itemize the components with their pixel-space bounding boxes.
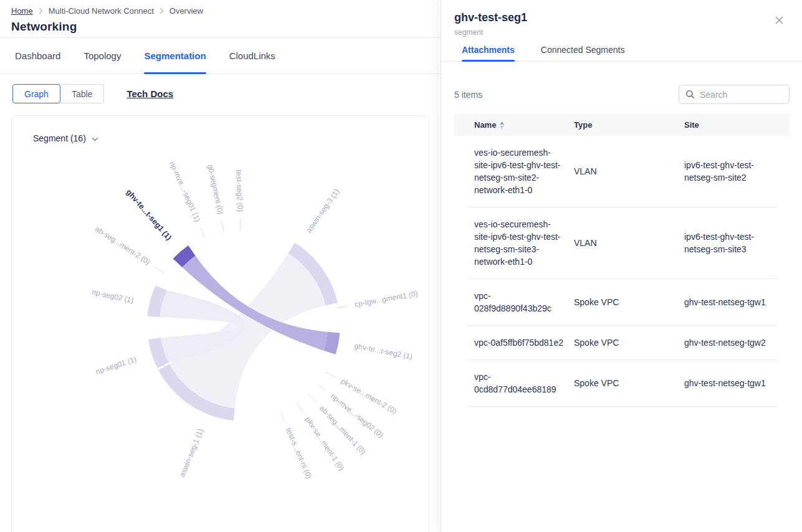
graph-view-button[interactable]: Graph bbox=[12, 84, 60, 103]
table-cell-type: Spoke VPC bbox=[574, 296, 684, 308]
chord-segment-label[interactable]: aswin-seg-3 (1) bbox=[304, 187, 341, 234]
table-cell-name: vpc-028f9d8890f43b29c bbox=[474, 290, 574, 315]
chord-segment-label[interactable]: np-mve...-seg01 (1) bbox=[168, 160, 202, 223]
table-row[interactable]: vpc-0cd8d77d04ee68189Spoke VPCghv-test-n… bbox=[467, 359, 777, 407]
segmentation-chord[interactable]: ghv-te...t-seg1 (1)np-mve...-seg01 (1)g0… bbox=[12, 141, 430, 532]
tab-topology[interactable]: Topology bbox=[84, 38, 121, 74]
panel-tab-bar: Attachments Connected Segments bbox=[454, 45, 790, 62]
table-cell-site: ghv-test-netseg-tgw1 bbox=[684, 296, 777, 308]
table-cell-type: VLAN bbox=[574, 237, 684, 249]
tab-dashboard[interactable]: Dashboard bbox=[15, 38, 60, 74]
table-cell-site: ghv-test-netseg-tgw2 bbox=[684, 336, 777, 349]
tab-segmentation[interactable]: Segmentation bbox=[144, 38, 206, 74]
table-cell-type: Spoke VPC bbox=[574, 336, 684, 349]
chord-tick bbox=[280, 412, 285, 422]
chord-segment-label[interactable]: np-seg01 (1) bbox=[95, 354, 138, 376]
chord-tick bbox=[240, 219, 241, 230]
page-header: Home Multi-Cloud Network Connect Overvie… bbox=[0, 0, 441, 38]
chord-tick bbox=[326, 372, 336, 378]
panel-title: ghv-test-seg1 bbox=[454, 11, 790, 24]
view-toolbar: Graph Table Tech Docs bbox=[12, 84, 441, 103]
chord-tick bbox=[337, 306, 348, 308]
segmentation-graph-card: Segment (16) ghv-te...t-seg1 (1)np-mve..… bbox=[11, 115, 429, 532]
table-row[interactable]: vpc-0af5ffb6f75bd81e2Spoke VPCghv-test-n… bbox=[467, 325, 777, 359]
table-cell-site: ghv-test-netseg-tgw1 bbox=[684, 377, 777, 389]
tech-docs-link[interactable]: Tech Docs bbox=[127, 88, 173, 99]
chord-tick bbox=[201, 228, 205, 238]
search-box[interactable] bbox=[679, 85, 790, 104]
chord-tick bbox=[317, 384, 326, 391]
attachments-table-body: ves-io-securemesh-site-ipv6-test-ghv-tes… bbox=[454, 136, 790, 407]
chord-segment-label[interactable]: cp-tgw...gment1 (0) bbox=[354, 289, 419, 309]
tab-cloudlinks[interactable]: CloudLinks bbox=[229, 38, 275, 74]
table-row[interactable]: ves-io-securemesh-site-ipv6-test-ghv-tes… bbox=[467, 207, 777, 278]
column-label: Type bbox=[574, 120, 592, 130]
page-title: Networking bbox=[11, 20, 441, 34]
chord-tick bbox=[308, 394, 316, 402]
column-header-site: Site bbox=[684, 120, 790, 130]
breadcrumb: Home Multi-Cloud Network Connect Overvie… bbox=[11, 6, 441, 16]
breadcrumb-item-current: Overview bbox=[169, 6, 203, 16]
search-icon bbox=[685, 90, 695, 99]
column-header-type: Type bbox=[574, 120, 684, 130]
table-cell-site: ipv6-test-ghv-test-netseg-sm-site3 bbox=[684, 230, 777, 255]
table-cell-type: VLAN bbox=[574, 165, 684, 178]
column-header-name[interactable]: Name bbox=[474, 120, 574, 130]
chord-segment-label[interactable]: np-seg02 (1) bbox=[91, 288, 134, 305]
panel-body: 5 items Name Type bbox=[441, 85, 802, 407]
table-view-button[interactable]: Table bbox=[59, 84, 104, 103]
main-tab-bar: Dashboard Topology Segmentation CloudLin… bbox=[0, 38, 441, 74]
table-cell-name: vpc-0cd8d77d04ee68189 bbox=[474, 371, 574, 396]
table-cell-site: ipv6-test-ghv-test-netseg-sm-site2 bbox=[684, 159, 777, 184]
sort-icon bbox=[500, 121, 504, 129]
table-cell-name: vpc-0af5ffb6f75bd81e2 bbox=[474, 336, 574, 349]
table-row[interactable]: ves-io-securemesh-site-ipv6-test-ghv-tes… bbox=[467, 136, 777, 207]
chord-segment-label[interactable]: test-seg2 (0) bbox=[234, 169, 244, 212]
chord-segment-label[interactable]: g0-segment (0) bbox=[206, 164, 225, 216]
chord-segment-label[interactable]: ghv-te...t-seg2 (1) bbox=[353, 341, 413, 361]
chord-segment-label[interactable]: ab-seg...ment-2 (0) bbox=[93, 224, 151, 266]
tab-connected-segments[interactable]: Connected Segments bbox=[541, 45, 625, 62]
column-label: Name bbox=[474, 120, 496, 130]
chord-tick bbox=[222, 221, 224, 232]
table-cell-name: ves-io-securemesh-site-ipv6-test-ghv-tes… bbox=[474, 146, 574, 196]
panel-header: ghv-test-seg1 segment Attachments Connec… bbox=[441, 0, 802, 62]
chord-tick bbox=[297, 403, 303, 412]
column-label: Site bbox=[684, 120, 699, 130]
chord-segment-label[interactable]: test-s...ent-ni (0) bbox=[284, 427, 313, 480]
search-input[interactable] bbox=[700, 90, 780, 100]
items-count: 5 items bbox=[454, 90, 482, 100]
tab-attachments[interactable]: Attachments bbox=[462, 45, 515, 62]
segment-detail-panel: ghv-test-seg1 segment Attachments Connec… bbox=[441, 0, 802, 532]
close-icon[interactable] bbox=[774, 15, 784, 25]
main-region: Home Multi-Cloud Network Connect Overvie… bbox=[0, 0, 441, 532]
attachments-table: Name Type Site ves-io-securemesh-site-ip… bbox=[454, 114, 790, 407]
table-cell-type: Spoke VPC bbox=[574, 377, 684, 389]
table-row[interactable]: vpc-028f9d8890f43b29cSpoke VPCghv-test-n… bbox=[467, 278, 777, 325]
breadcrumb-home-link[interactable]: Home bbox=[11, 6, 33, 16]
panel-subtitle: segment bbox=[454, 28, 790, 37]
chevron-right-icon bbox=[160, 7, 164, 14]
breadcrumb-item[interactable]: Multi-Cloud Network Connect bbox=[49, 6, 154, 16]
chord-tick bbox=[155, 267, 164, 273]
chord-segment-label[interactable]: aswin-seg-1 (1) bbox=[178, 427, 205, 478]
chevron-right-icon bbox=[39, 7, 43, 14]
chord-segment-label[interactable]: ghv-te...t-seg1 (1) bbox=[125, 188, 173, 242]
table-cell-name: ves-io-securemesh-site-ipv6-test-ghv-tes… bbox=[474, 218, 574, 268]
table-header-row: Name Type Site bbox=[454, 114, 790, 136]
